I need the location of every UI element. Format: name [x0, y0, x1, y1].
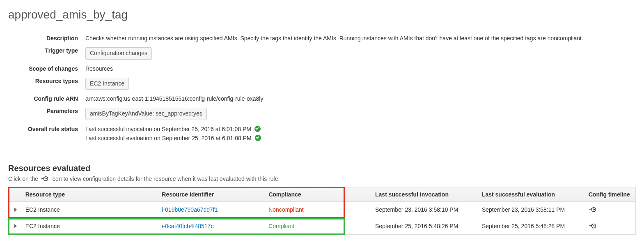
- chip-resource-type: EC2 Instance: [85, 78, 129, 90]
- hint-pre: Click on the: [8, 176, 40, 182]
- cell-last-evaluation: September 25, 2016 5:48:28 PM: [478, 218, 584, 234]
- label-resource-types: Resource types: [8, 75, 83, 91]
- check-circle-icon: [254, 126, 261, 132]
- cell-resource-type: EC2 Instance: [21, 218, 158, 234]
- col-config-timeline[interactable]: Config timeline: [584, 187, 636, 201]
- timeline-icon: [41, 175, 49, 182]
- section-title-resources: Resources evaluated: [8, 164, 636, 173]
- section-hint: Click on the icon to view configuration …: [8, 175, 636, 182]
- cell-compliance: Compliant: [264, 218, 371, 234]
- cell-last-invocation: September 23, 2016 3:58:10 PM: [371, 201, 478, 218]
- label-parameters: Parameters: [8, 105, 83, 121]
- check-circle-icon: [255, 135, 261, 141]
- value-scope: Resources: [83, 63, 583, 73]
- col-last-invocation[interactable]: Last successful invocation: [371, 187, 478, 201]
- label-description: Description: [8, 32, 83, 42]
- expand-row-icon[interactable]: [14, 208, 17, 212]
- col-resource-type[interactable]: Resource type: [21, 187, 158, 201]
- label-trigger-type: Trigger type: [8, 45, 83, 60]
- expand-row-icon[interactable]: [14, 224, 17, 228]
- resource-id-link[interactable]: i-0caf40fcb4f48517c: [162, 223, 213, 229]
- timeline-icon: [589, 222, 597, 229]
- col-resource-identifier[interactable]: Resource identifier: [158, 187, 264, 201]
- col-compliance[interactable]: Compliance: [264, 187, 371, 201]
- value-arn: arn:aws:config:us-east-1:194518515516:co…: [83, 93, 583, 103]
- resource-id-link[interactable]: i-019b0e790a67dd7f1: [162, 206, 218, 213]
- title-divider: [8, 25, 636, 25]
- value-description: Checks whether running instances are usi…: [83, 32, 583, 42]
- resources-table-wrap: Resource type Resource identifier Compli…: [8, 187, 636, 235]
- col-last-evaluation[interactable]: Last successful evaluation: [478, 187, 584, 201]
- table-row: EC2 Instance i-0caf40fcb4f48517c Complia…: [9, 218, 636, 234]
- col-expand: [9, 187, 21, 201]
- page-title: approved_amis_by_tag: [8, 8, 636, 21]
- hint-post: icon to view configuration details for t…: [51, 176, 280, 182]
- resources-table: Resource type Resource identifier Compli…: [8, 187, 636, 235]
- cell-compliance: Noncompliant: [264, 201, 371, 218]
- status-evaluation-text: Last successful evaluation on September …: [85, 135, 252, 141]
- cell-resource-type: EC2 Instance: [21, 201, 158, 218]
- label-arn: Config rule ARN: [8, 93, 83, 103]
- cell-last-evaluation: September 23, 2016 3:58:11 PM: [478, 201, 584, 218]
- label-scope: Scope of changes: [8, 63, 83, 73]
- timeline-icon: [589, 206, 597, 213]
- table-row: EC2 Instance i-019b0e790a67dd7f1 Noncomp…: [9, 201, 636, 218]
- chip-trigger-type: Configuration changes: [85, 47, 152, 60]
- cell-last-invocation: September 25, 2016 5:48:26 PM: [371, 218, 478, 234]
- config-timeline-button[interactable]: [589, 206, 597, 214]
- label-overall-status: Overall rule status: [8, 123, 83, 145]
- chip-parameters: amisByTagKeyAndValue: sec_approved:yes: [85, 108, 207, 120]
- status-invocation-text: Last successful invocation on September …: [85, 126, 251, 132]
- config-timeline-button[interactable]: [589, 222, 597, 231]
- rule-details: Description Checks whether running insta…: [8, 30, 583, 147]
